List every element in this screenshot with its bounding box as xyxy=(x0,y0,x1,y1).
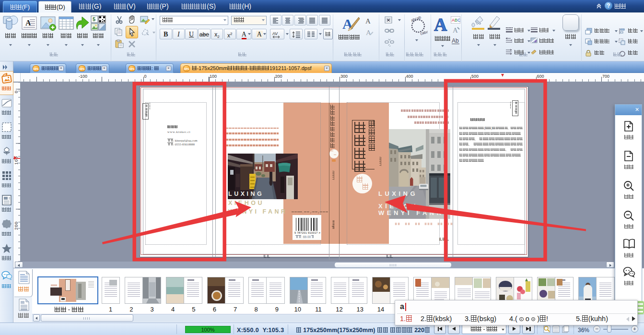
svg-text:AV: AV xyxy=(272,31,278,36)
svg-text:C: C xyxy=(457,18,460,23)
svg-text:b: b xyxy=(456,37,459,44)
svg-text:abcab: abcab xyxy=(410,16,422,23)
svg-text:5: 5 xyxy=(93,16,95,22)
svg-text:A: A xyxy=(434,14,447,35)
svg-text:A: A xyxy=(365,17,371,24)
svg-text:A: A xyxy=(453,26,458,34)
svg-text:A: A xyxy=(452,37,456,44)
svg-text:cabcb: cabcb xyxy=(420,29,428,36)
